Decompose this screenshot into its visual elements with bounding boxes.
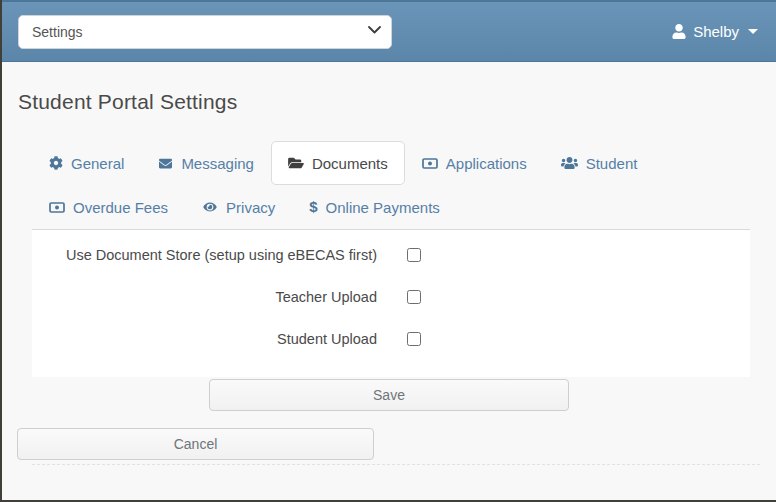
use-document-store-label: Use Document Store (setup using eBECAS f… <box>32 247 377 263</box>
nav-select-wrap: Settings <box>18 15 392 49</box>
tab-label: Documents <box>312 155 388 172</box>
eye-icon <box>202 201 218 213</box>
tab-messaging[interactable]: Messaging <box>141 141 271 185</box>
form-row: Use Document Store (setup using eBECAS f… <box>32 247 750 263</box>
form-row: Student Upload <box>32 331 750 347</box>
tab-overdue-fees[interactable]: Overdue Fees <box>32 185 185 229</box>
money-icon <box>422 157 438 170</box>
header-bar: Settings Shelby <box>2 0 776 62</box>
tab-privacy[interactable]: Privacy <box>185 185 292 229</box>
bottom-divider <box>32 464 760 465</box>
tab-label: Online Payments <box>326 199 440 216</box>
gear-icon <box>49 156 63 170</box>
folder-open-icon <box>288 156 304 170</box>
tab-applications[interactable]: Applications <box>405 141 544 185</box>
user-menu[interactable]: Shelby <box>672 23 758 40</box>
page-title: Student Portal Settings <box>18 90 760 114</box>
tab-label: Applications <box>446 155 527 172</box>
tab-label: Messaging <box>181 155 254 172</box>
form-row: Teacher Upload <box>32 289 750 305</box>
user-name: Shelby <box>693 23 739 40</box>
tab-label: General <box>71 155 124 172</box>
tab-documents[interactable]: Documents <box>271 141 405 185</box>
envelope-icon <box>158 157 173 170</box>
use-document-store-checkbox[interactable] <box>407 248 421 262</box>
tab-online-payments[interactable]: $ Online Payments <box>292 185 457 229</box>
tab-label: Overdue Fees <box>73 199 168 216</box>
student-upload-label: Student Upload <box>32 331 377 347</box>
tab-general[interactable]: General <box>32 141 141 185</box>
cancel-button[interactable]: Cancel <box>17 428 374 460</box>
documents-settings-panel: Use Document Store (setup using eBECAS f… <box>32 229 750 377</box>
save-button[interactable]: Save <box>209 379 569 411</box>
user-icon <box>672 24 686 39</box>
teacher-upload-checkbox[interactable] <box>407 290 421 304</box>
student-upload-checkbox[interactable] <box>407 332 421 346</box>
nav-select[interactable]: Settings <box>18 15 392 49</box>
tab-student[interactable]: Student <box>544 141 655 185</box>
tab-label: Privacy <box>226 199 275 216</box>
tab-label: Student <box>586 155 638 172</box>
users-icon <box>561 156 578 170</box>
caret-down-icon <box>748 29 758 34</box>
settings-tabs: General Messaging Documents Applications… <box>32 141 746 229</box>
teacher-upload-label: Teacher Upload <box>32 289 377 305</box>
money-icon <box>49 201 65 214</box>
